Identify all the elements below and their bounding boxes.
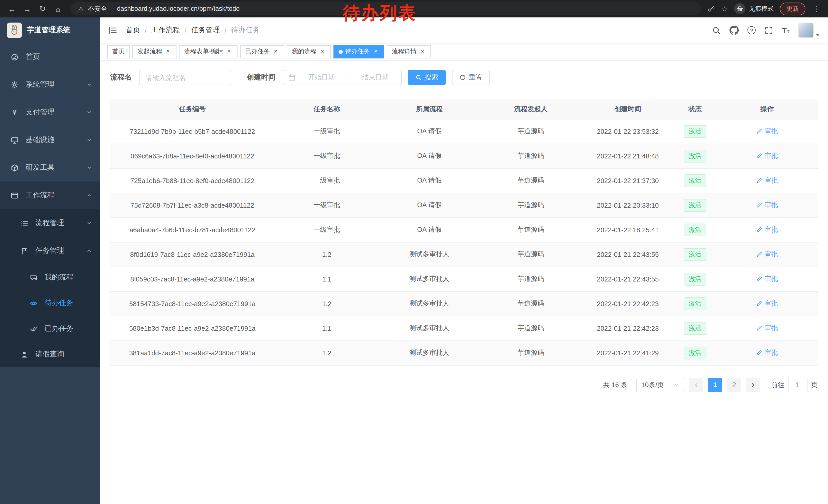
sidebar-item-process-management[interactable]: 流程管理	[0, 209, 100, 237]
cell-task-id: 381aa1dd-7ac8-11ec-a9e2-a2380e71991a	[110, 340, 275, 365]
help-icon[interactable]: ?	[748, 26, 756, 34]
search-button[interactable]: 搜索	[408, 70, 446, 85]
page: ← → ↻ ⌂ ⚠ 不安全 | dashboard.yudao.iocoder.…	[0, 0, 828, 504]
close-icon[interactable]: ×	[372, 48, 379, 55]
gear-icon	[10, 81, 19, 88]
next-page-button[interactable]	[746, 378, 760, 392]
app-logo[interactable]: 芋道管理系统	[0, 17, 100, 43]
approve-link[interactable]: 审批	[756, 200, 778, 210]
column-header: 创建时间	[582, 99, 673, 119]
fullscreen-icon[interactable]	[764, 26, 773, 35]
search-icon[interactable]	[712, 26, 721, 35]
table-row: 75d72608-7b7f-11ec-a3c8-acde48001122 一级审…	[110, 193, 818, 217]
approve-link[interactable]: 审批	[756, 176, 778, 185]
sidebar-item-home[interactable]: 首页	[0, 43, 100, 71]
close-icon[interactable]: ×	[165, 48, 171, 55]
breadcrumb-item[interactable]: 任务管理	[191, 26, 220, 35]
process-name-input[interactable]	[139, 70, 232, 85]
cell-task-id: a6aba0a4-7b6d-11ec-b781-acde48001122	[110, 217, 275, 242]
breadcrumb-item[interactable]: 首页	[126, 26, 140, 35]
approve-link[interactable]: 审批	[756, 151, 778, 161]
chevron-down-icon	[87, 165, 92, 170]
browser-menu-icon[interactable]: ⋮	[812, 5, 821, 13]
tab-todo-tasks[interactable]: 待办任务 ×	[333, 45, 384, 58]
cell-starter: 芋道源码	[480, 340, 582, 365]
close-icon[interactable]: ×	[419, 48, 426, 55]
dashboard-icon	[10, 53, 19, 61]
sidebar-item-my-processes[interactable]: 我的流程	[0, 265, 100, 290]
github-icon[interactable]	[730, 26, 739, 35]
cell-task-id: 8f059c03-7ac8-11ec-a9e2-a2380e71991a	[110, 267, 275, 291]
goto-page-input[interactable]	[788, 378, 808, 392]
tab-label: 流程详情	[392, 47, 417, 56]
approve-link[interactable]: 审批	[756, 250, 778, 259]
cell-task-name: 1.2	[275, 242, 379, 267]
tab-process-detail[interactable]: 流程详情 ×	[387, 45, 431, 58]
goto-page: 前往 页	[771, 378, 818, 392]
approve-link[interactable]: 审批	[756, 127, 778, 136]
cell-task-name: 1.2	[275, 340, 379, 365]
approve-link[interactable]: 审批	[756, 225, 778, 234]
status-badge: 激活	[684, 199, 706, 212]
browser-forward-icon[interactable]: →	[20, 2, 34, 15]
omnibox-divider: |	[111, 5, 113, 12]
page-size-value: 10条/页	[641, 380, 664, 390]
sidebar-item-payment[interactable]: ¥ 支付管理	[0, 98, 100, 126]
tab-my-processes[interactable]: 我的流程 ×	[287, 45, 331, 58]
bookmark-star-icon[interactable]: ☆	[721, 5, 728, 13]
approve-link[interactable]: 审批	[756, 324, 778, 333]
cell-task-name: 1.1	[275, 316, 379, 340]
sidebar-item-done-tasks[interactable]: 已办任务	[0, 316, 100, 341]
prev-page-button[interactable]	[689, 378, 703, 392]
cell-starter: 芋道源码	[480, 217, 582, 242]
active-dot-icon	[339, 49, 343, 54]
chevron-down-icon	[87, 137, 92, 142]
browser-update-button[interactable]: 更新	[780, 2, 805, 15]
close-icon[interactable]: ×	[273, 48, 279, 55]
cell-task-id: 58154733-7ac8-11ec-a9e2-a2380e71991a	[110, 291, 275, 316]
date-range-picker[interactable]: 开始日期 - 结束日期	[283, 70, 402, 85]
edit-icon	[756, 251, 762, 258]
tab-process-form-edit[interactable]: 流程表单-编辑 ×	[179, 45, 238, 58]
app-title: 芋道管理系统	[27, 26, 70, 35]
edit-icon	[756, 177, 762, 184]
caret-down-icon	[816, 34, 820, 36]
page-size-select[interactable]: 10条/页	[636, 378, 685, 392]
sidebar-menu: 首页 系统管理 ¥ 支付管理	[0, 43, 100, 367]
user-menu[interactable]	[798, 22, 820, 38]
sidebar-item-dev-tools[interactable]: 研发工具	[0, 154, 100, 182]
cell-created: 2022-01-21 22:41:29	[582, 340, 673, 365]
page-button-2[interactable]: 2	[727, 378, 741, 392]
close-icon[interactable]: ×	[226, 48, 233, 55]
tab-start-process[interactable]: 发起流程 ×	[132, 45, 176, 58]
browser-home-icon[interactable]: ⌂	[51, 2, 65, 15]
sidebar-item-workflow[interactable]: 工作流程	[0, 182, 100, 209]
sidebar-item-todo-tasks[interactable]: 待办任务	[0, 290, 100, 316]
tab-done-tasks[interactable]: 已办任务 ×	[240, 45, 284, 58]
font-size-icon[interactable]: TT	[782, 27, 790, 34]
cell-task-name: 一级审批	[275, 168, 379, 193]
browser-reload-icon[interactable]: ↻	[36, 2, 49, 15]
chevron-down-icon	[87, 221, 92, 226]
tools-icon	[10, 164, 19, 172]
chevron-down-icon	[87, 82, 92, 87]
key-icon[interactable]	[707, 5, 715, 13]
tab-home[interactable]: 首页	[107, 45, 130, 58]
hamburger-icon[interactable]	[108, 26, 118, 35]
breadcrumb-item[interactable]: 工作流程	[151, 26, 180, 35]
avatar[interactable]	[798, 22, 814, 38]
sidebar-item-system[interactable]: 系统管理	[0, 71, 100, 98]
reset-button[interactable]: 重置	[452, 70, 490, 85]
approve-link[interactable]: 审批	[756, 274, 778, 283]
close-icon[interactable]: ×	[319, 48, 326, 55]
sidebar-item-leave-query[interactable]: 请假查询	[0, 341, 100, 367]
approve-link[interactable]: 审批	[756, 299, 778, 308]
browser-back-icon[interactable]: ←	[5, 2, 18, 15]
tabs-bar: 首页 发起流程 × 流程表单-编辑 × 已办任务 × 我的流程 ×	[100, 43, 828, 60]
approve-link[interactable]: 审批	[756, 348, 778, 357]
sidebar-item-infrastructure[interactable]: 基础设施	[0, 126, 100, 154]
sidebar-item-task-management[interactable]: 任务管理	[0, 237, 100, 265]
sidebar-item-label: 流程管理	[35, 218, 64, 228]
cell-created: 2022-01-22 21:37:30	[582, 168, 673, 193]
page-button-1[interactable]: 1	[708, 378, 722, 392]
